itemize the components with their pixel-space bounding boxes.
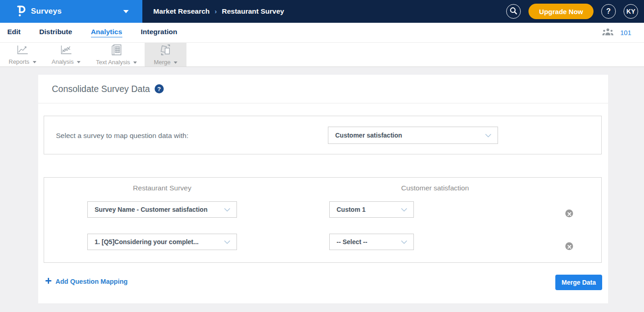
responses-summary[interactable]: 101 [602, 28, 631, 38]
topbar-actions: Upgrade Now ? KY [506, 0, 644, 23]
proprofs-logo-icon [16, 4, 26, 19]
remove-mapping-button[interactable] [565, 210, 573, 217]
target-question-value: Custom 1 [337, 206, 366, 213]
close-icon [568, 210, 571, 218]
chevron-down-icon [224, 206, 231, 213]
toolbar-item-reports[interactable]: Reports [1, 43, 44, 66]
add-question-mapping-label: Add Question Mapping [55, 278, 128, 285]
merge-pages-icon [159, 44, 172, 58]
search-button[interactable] [506, 4, 521, 19]
nav-tabs-row: Edit Distribute Analytics Integration 10… [0, 23, 644, 43]
title-help-icon[interactable]: ? [155, 84, 164, 93]
document-grid-icon [111, 44, 122, 58]
chevron-down-icon [174, 61, 177, 64]
chevron-down-icon [33, 61, 36, 63]
merge-data-button[interactable]: Merge Data [555, 275, 602, 290]
responses-count: 101 [620, 29, 631, 36]
search-icon [509, 6, 518, 17]
toolbar-item-analysis[interactable]: Analysis [44, 43, 88, 66]
chevron-down-icon [77, 61, 80, 63]
tab-analytics[interactable]: Analytics [91, 28, 122, 37]
target-survey-header: Customer satisfaction [329, 184, 541, 192]
target-question-select[interactable]: Custom 1 [329, 201, 414, 218]
tab-distribute[interactable]: Distribute [39, 28, 72, 37]
survey-picker-label: Select a survey to map question data wit… [56, 116, 188, 155]
consolidate-card: Consolidate Survey Data ? Select a surve… [38, 75, 608, 303]
upgrade-now-button[interactable]: Upgrade Now [528, 4, 594, 19]
question-mark-icon: ? [606, 7, 611, 15]
toolbar-item-label: Reports [9, 58, 30, 65]
plus-icon [45, 278, 51, 285]
chevron-down-icon [485, 132, 492, 139]
survey-select[interactable]: Customer satisfaction [328, 127, 498, 144]
brand-label: Surveys [31, 7, 62, 16]
card-header: Consolidate Survey Data ? [38, 75, 608, 103]
line-chart-icon [15, 44, 29, 57]
source-question-select[interactable]: Survey Name - Customer satisfaction [87, 201, 237, 218]
add-question-mapping-link[interactable]: Add Question Mapping [45, 278, 128, 285]
respondents-icon [602, 28, 614, 38]
close-icon [568, 242, 571, 251]
source-survey-header: Restaurant Survey [87, 184, 237, 192]
toolbar-item-label: Merge [154, 59, 171, 66]
avatar[interactable]: KY [624, 4, 638, 19]
chevron-down-icon [401, 206, 408, 213]
help-button[interactable]: ? [601, 4, 616, 19]
breadcrumb: Market Research › Restaurant Survey [142, 0, 284, 23]
toolbar-item-label: Text Analysis [96, 59, 130, 66]
question-mapping-section: Restaurant Survey Customer satisfaction … [44, 177, 602, 263]
app-switcher[interactable]: Surveys [0, 0, 142, 23]
chevron-down-icon [133, 61, 137, 64]
chevron-down-icon [401, 238, 408, 246]
source-question-select[interactable]: 1. [Q5]Considering your complet... [87, 234, 237, 250]
survey-picker-section: Select a survey to map question data wit… [44, 116, 602, 154]
top-bar: Surveys Market Research › Restaurant Sur… [0, 0, 644, 23]
toolbar-item-text-analysis[interactable]: Text Analysis [88, 43, 145, 66]
chevron-down-icon [224, 238, 231, 246]
toolbar-item-merge[interactable]: Merge [145, 43, 186, 66]
target-question-select[interactable]: -- Select -- [329, 234, 414, 250]
target-question-value: -- Select -- [337, 238, 367, 246]
nav-tabs: Edit Distribute Analytics Integration [7, 28, 177, 37]
source-question-value: Survey Name - Customer satisfaction [95, 206, 207, 213]
source-question-value: 1. [Q5]Considering your complet... [95, 238, 199, 246]
tab-edit[interactable]: Edit [7, 28, 20, 37]
breadcrumb-current: Restaurant Survey [222, 7, 284, 15]
main-content: Consolidate Survey Data ? Select a surve… [0, 67, 644, 312]
breadcrumb-parent[interactable]: Market Research [153, 7, 210, 15]
tab-integration[interactable]: Integration [141, 28, 177, 37]
chevron-down-icon [123, 10, 129, 13]
remove-mapping-button[interactable] [565, 242, 573, 250]
analytics-toolbar: Reports Analysis Text Analysi [0, 43, 644, 67]
multi-line-chart-icon [59, 44, 73, 57]
breadcrumb-separator-icon: › [215, 8, 217, 15]
survey-select-value: Customer satisfaction [335, 132, 402, 139]
toolbar-item-label: Analysis [52, 58, 74, 65]
page-title: Consolidate Survey Data [52, 84, 150, 94]
